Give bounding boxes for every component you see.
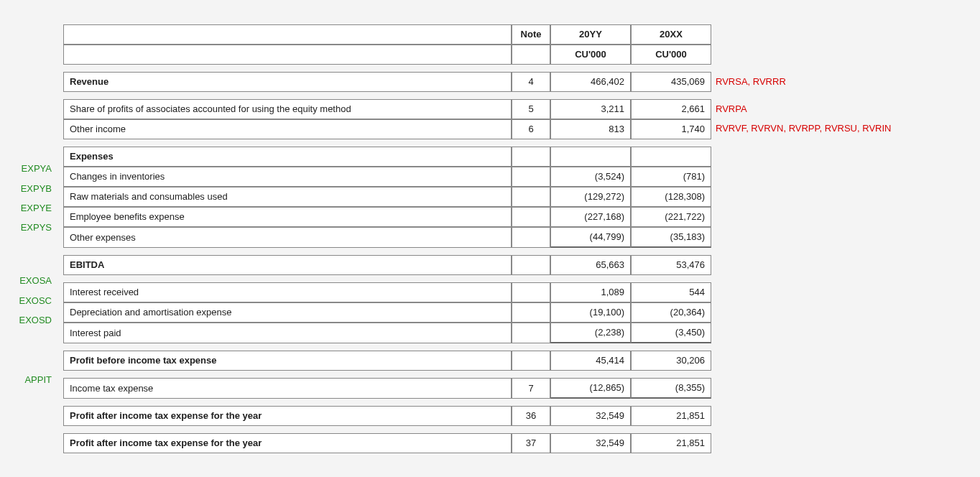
val-emp-ben-x: (221,722) [631,207,711,227]
note-other-income: 6 [512,119,550,139]
val-other-exp-x: (35,183) [631,227,711,248]
note-pat2: 37 [512,433,550,453]
label-raw-mat: Raw materials and consumables used [63,187,512,207]
anno-left-expyb: EXPYB [9,183,52,194]
val-chg-inv-x: (781) [631,167,711,187]
note-share-profits: 5 [512,99,550,119]
header-col-x: 20XX [631,24,711,45]
val-int-recv-x: 544 [631,282,711,302]
row-employee-benefits: Employee benefits expense (227,168) (221… [63,207,711,227]
anno-right-other-income: RVRVF, RVRVN, RVRPP, RVRSU, RVRIN [716,123,891,134]
row-other-expenses: Other expenses (44,799) (35,183) [63,227,711,248]
label-other-income: Other income [63,119,512,139]
label-pat2: Profit after income tax expense for the … [63,433,512,453]
row-profit-after-tax-2: Profit after income tax expense for the … [63,433,711,453]
val-other-income-x: 1,740 [631,119,711,139]
note-chg-inv [512,167,550,187]
val-revenue-x: 435,069 [631,72,711,92]
val-share-profits-x: 2,661 [631,99,711,119]
row-income-tax: Income tax expense 7 (12,865) (8,355) [63,378,711,399]
val-dep-amort-x: (20,364) [631,302,711,323]
anno-left-exosa: EXOSA [9,275,52,286]
label-revenue: Revenue [63,72,512,92]
header-note: Note [512,24,550,45]
label-pat1: Profit after income tax expense for the … [63,406,512,426]
header-unit-y: CU'000 [550,45,631,65]
val-raw-mat-y: (129,272) [550,187,631,207]
note-pat1: 36 [512,406,550,426]
anno-left-exosd: EXOSD [9,315,52,325]
val-ebitda-x: 53,476 [631,255,711,275]
row-profit-before-tax: Profit before income tax expense 45,414 … [63,351,711,371]
row-share-profits: Share of profits of associates accounted… [63,99,711,119]
note-raw-mat [512,187,550,207]
val-ebitda-y: 65,663 [550,255,631,275]
note-emp-ben [512,207,550,227]
val-other-income-y: 813 [550,119,631,139]
val-int-recv-y: 1,089 [550,282,631,302]
anno-left-expys: EXPYS [9,222,52,233]
anno-left-expya: EXPYA [9,163,52,174]
val-pbt-y: 45,414 [550,351,631,371]
row-interest-received: Interest received 1,089 544 [63,282,711,302]
anno-left-appit: APPIT [9,374,52,385]
label-int-recv: Interest received [63,282,512,302]
row-revenue: Revenue 4 466,402 435,069 [63,72,711,92]
row-ebitda: EBITDA 65,663 53,476 [63,255,711,275]
header-note-blank [512,45,550,65]
anno-left-exosc: EXOSC [9,295,52,306]
val-emp-ben-y: (227,168) [550,207,631,227]
val-tax-x: (8,355) [631,378,711,399]
val-raw-mat-x: (128,308) [631,187,711,207]
val-pat2-y: 32,549 [550,433,631,453]
row-other-income: Other income 6 813 1,740 [63,119,711,139]
val-pat2-x: 21,851 [631,433,711,453]
header-row-1: Note 20YY 20XX [63,24,711,45]
label-emp-ben: Employee benefits expense [63,207,512,227]
header-row-2: CU'000 CU'000 [63,45,711,65]
label-chg-inv: Changes in inventories [63,167,512,187]
label-share-profits: Share of profits of associates accounted… [63,99,512,119]
val-pat1-y: 32,549 [550,406,631,426]
note-int-recv [512,282,550,302]
label-expenses: Expenses [63,147,512,167]
label-int-paid: Interest paid [63,323,512,343]
val-pbt-x: 30,206 [631,351,711,371]
val-chg-inv-y: (3,524) [550,167,631,187]
note-ebitda [512,255,550,275]
note-dep-amort [512,302,550,323]
header-unit-x: CU'000 [631,45,711,65]
val-int-paid-x: (3,450) [631,323,711,343]
val-pat1-x: 21,851 [631,406,711,426]
anno-right-share-profits: RVRPA [716,103,747,114]
row-expenses-header: Expenses [63,147,711,167]
note-int-paid [512,323,550,343]
anno-left-expye: EXPYE [9,203,52,213]
header-blank-2 [63,45,512,65]
note-pbt [512,351,550,371]
label-dep-amort: Depreciation and amortisation expense [63,302,512,323]
note-revenue: 4 [512,72,550,92]
label-other-exp: Other expenses [63,227,512,248]
header-col-y: 20YY [550,24,631,45]
val-dep-amort-y: (19,100) [550,302,631,323]
val-tax-y: (12,865) [550,378,631,399]
row-dep-amort: Depreciation and amortisation expense (1… [63,302,711,323]
val-other-exp-y: (44,799) [550,227,631,248]
anno-right-revenue: RVRSA, RVRRR [716,76,786,87]
label-pbt: Profit before income tax expense [63,351,512,371]
note-other-exp [512,227,550,248]
header-blank [63,24,512,45]
note-tax: 7 [512,378,550,399]
row-changes-inventories: Changes in inventories (3,524) (781) [63,167,711,187]
label-ebitda: EBITDA [63,255,512,275]
financial-table: Note 20YY 20XX CU'000 CU'000 Revenue 4 4… [63,24,711,453]
label-tax: Income tax expense [63,378,512,399]
val-int-paid-y: (2,238) [550,323,631,343]
val-share-profits-y: 3,211 [550,99,631,119]
row-profit-after-tax-1: Profit after income tax expense for the … [63,406,711,426]
val-revenue-y: 466,402 [550,72,631,92]
row-interest-paid: Interest paid (2,238) (3,450) [63,323,711,343]
row-raw-materials: Raw materials and consumables used (129,… [63,187,711,207]
